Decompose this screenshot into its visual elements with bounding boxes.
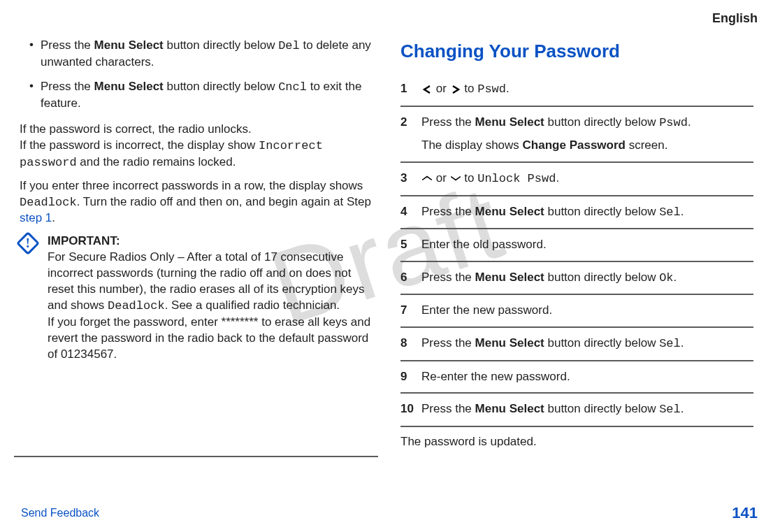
right-arrow-icon xyxy=(450,82,461,95)
paragraph: If you enter three incorrect passwords i… xyxy=(20,178,373,227)
step-body: or to Pswd. xyxy=(421,80,510,99)
bullet-item: • Press the Menu Select button directly … xyxy=(29,38,373,71)
important-note: ! IMPORTANT: For Secure Radios Only – Af… xyxy=(20,233,373,363)
down-chevron-icon xyxy=(450,171,461,185)
step-row: 5 Enter the old password. xyxy=(400,229,753,262)
text: If you enter three incorrect passwords i… xyxy=(20,179,363,192)
up-chevron-icon xyxy=(421,171,433,185)
page-number: 141 xyxy=(732,504,758,522)
step-row: 2 Press the Menu Select button directly … xyxy=(400,107,753,163)
step-body: Enter the old password. xyxy=(421,236,547,254)
send-feedback-link[interactable]: Send Feedback xyxy=(21,507,99,519)
mono-text: Sel xyxy=(659,337,681,350)
important-text-2: If you forget the password, enter ******… xyxy=(48,315,373,363)
step-row: 3 or to Unlock Pswd. xyxy=(400,163,753,196)
step-body: Press the Menu Select button directly be… xyxy=(421,203,684,222)
menu-select-bold: Menu Select xyxy=(475,205,544,218)
text: button directly below xyxy=(164,38,278,52)
text: If the password is correct, the radio un… xyxy=(20,122,252,136)
text: button directly below xyxy=(544,115,659,129)
step-row: 9 Re-enter the new password. xyxy=(400,361,753,394)
step-number: 4 xyxy=(400,203,421,222)
text: Press the xyxy=(421,205,475,218)
text: and the radio remains locked. xyxy=(77,155,236,168)
bold-text: Change Password xyxy=(523,138,626,152)
step-link[interactable]: step 1 xyxy=(20,211,52,224)
step-row: 1 or to Pswd. xyxy=(400,73,753,107)
menu-select-bold: Menu Select xyxy=(475,271,544,284)
page-footer: Send Feedback 141 xyxy=(21,504,758,522)
bullet-list: • Press the Menu Select button directly … xyxy=(20,38,373,112)
text: button directly below xyxy=(544,402,659,415)
mono-text: Pswd xyxy=(659,116,688,129)
text: . xyxy=(506,82,510,95)
step-row: 7 Enter the new password. xyxy=(400,295,753,328)
step-row: 10 Press the Menu Select button directly… xyxy=(400,394,753,427)
bullet-dot-icon: • xyxy=(29,38,41,71)
step-number: 3 xyxy=(400,170,421,188)
mono-text: Sel xyxy=(659,403,681,416)
important-text: For Secure Radios Only – After a total o… xyxy=(48,250,373,315)
text: Press the xyxy=(421,402,475,415)
step-row: 4 Press the Menu Select button directly … xyxy=(400,196,753,230)
closing-paragraph: The password is updated. xyxy=(400,434,753,450)
step-number: 5 xyxy=(400,236,421,254)
text: screen. xyxy=(626,138,667,152)
text: . xyxy=(681,205,684,218)
step-number: 2 xyxy=(400,114,421,154)
text: or xyxy=(433,171,450,185)
step-number: 7 xyxy=(400,302,421,319)
text: . See a qualified radio technician. xyxy=(165,299,340,312)
text: to xyxy=(461,82,478,95)
mono-text: Unlock Pswd xyxy=(477,172,556,185)
step-number: 8 xyxy=(400,335,421,353)
important-icon: ! xyxy=(20,233,41,363)
menu-select-bold: Menu Select xyxy=(475,336,544,350)
text: Press the xyxy=(41,80,94,93)
left-column: • Press the Menu Select button directly … xyxy=(14,34,378,457)
text: or xyxy=(433,82,450,95)
bullet-text: Press the Menu Select button directly be… xyxy=(41,79,373,112)
step-number: 10 xyxy=(400,401,421,419)
right-column: Changing Your Password 1 or to Pswd. 2 P… xyxy=(395,34,759,457)
bullet-dot-icon: • xyxy=(29,79,41,112)
menu-select-bold: Menu Select xyxy=(94,38,164,52)
text: button directly below xyxy=(164,80,278,93)
menu-select-bold: Menu Select xyxy=(475,402,544,415)
step-number: 6 xyxy=(400,269,421,287)
important-title: IMPORTANT: xyxy=(48,233,373,250)
text: Press the xyxy=(421,271,475,284)
important-body: IMPORTANT: For Secure Radios Only – Afte… xyxy=(41,233,373,363)
step-row: 8 Press the Menu Select button directly … xyxy=(400,328,753,361)
softkey-cncl: Cncl xyxy=(278,80,307,94)
text: . xyxy=(556,171,559,185)
bullet-text: Press the Menu Select button directly be… xyxy=(41,38,373,71)
step-body: Re-enter the new password. xyxy=(421,368,570,386)
text: The display shows xyxy=(421,138,523,152)
menu-select-bold: Menu Select xyxy=(94,80,164,93)
text: button directly below xyxy=(544,271,659,284)
mono-text: Deadlock xyxy=(108,299,165,312)
step-body: Press the Menu Select button directly be… xyxy=(421,269,677,287)
text: If the password is incorrect, the displa… xyxy=(20,138,259,152)
mono-text: Pswd xyxy=(477,82,506,96)
text: button directly below xyxy=(544,205,659,218)
section-heading: Changing Your Password xyxy=(400,41,753,62)
step-number: 9 xyxy=(400,368,421,386)
mono-text: Ok xyxy=(659,271,673,285)
text: to xyxy=(461,171,478,185)
step-body: or to Unlock Pswd. xyxy=(421,170,559,188)
step-number: 1 xyxy=(400,80,421,99)
step-body: Enter the new password. xyxy=(421,302,552,319)
softkey-del: Del xyxy=(278,39,300,52)
page-content: • Press the Menu Select button directly … xyxy=(0,0,773,457)
text: . xyxy=(52,211,55,224)
left-arrow-icon xyxy=(421,82,433,95)
step-body: Press the Menu Select button directly be… xyxy=(421,401,684,419)
text: . xyxy=(681,402,684,415)
bullet-item: • Press the Menu Select button directly … xyxy=(29,79,373,112)
step-row: 6 Press the Menu Select button directly … xyxy=(400,262,753,296)
mono-text: Sel xyxy=(659,206,681,219)
text: Press the xyxy=(421,115,475,129)
paragraph: If the password is correct, the radio un… xyxy=(20,122,373,171)
